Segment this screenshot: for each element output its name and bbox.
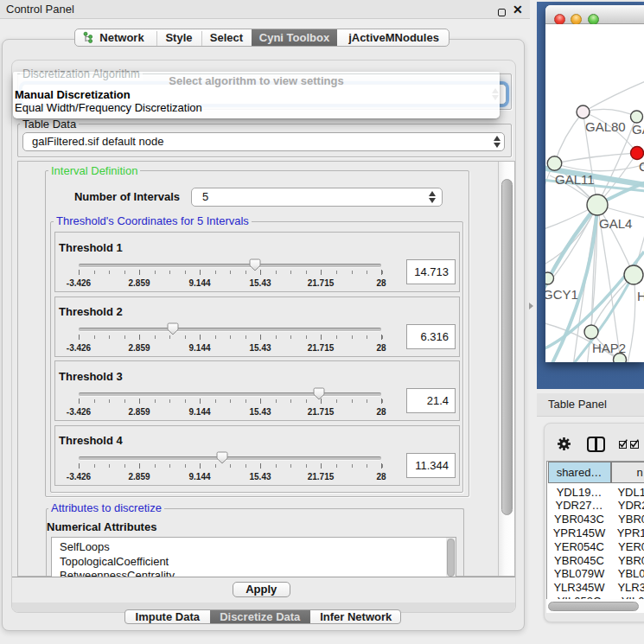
svg-text:HAP2: HAP2 <box>592 341 626 355</box>
svg-text:GAL4: GAL4 <box>599 216 632 231</box>
svg-text:GA: GA <box>632 122 644 137</box>
svg-text:GAL80: GAL80 <box>585 119 626 134</box>
svg-text:G: G <box>639 159 644 174</box>
svg-text:GAL11: GAL11 <box>555 172 595 187</box>
svg-text:GCY1: GCY1 <box>545 287 578 302</box>
svg-text:H: H <box>637 289 644 303</box>
